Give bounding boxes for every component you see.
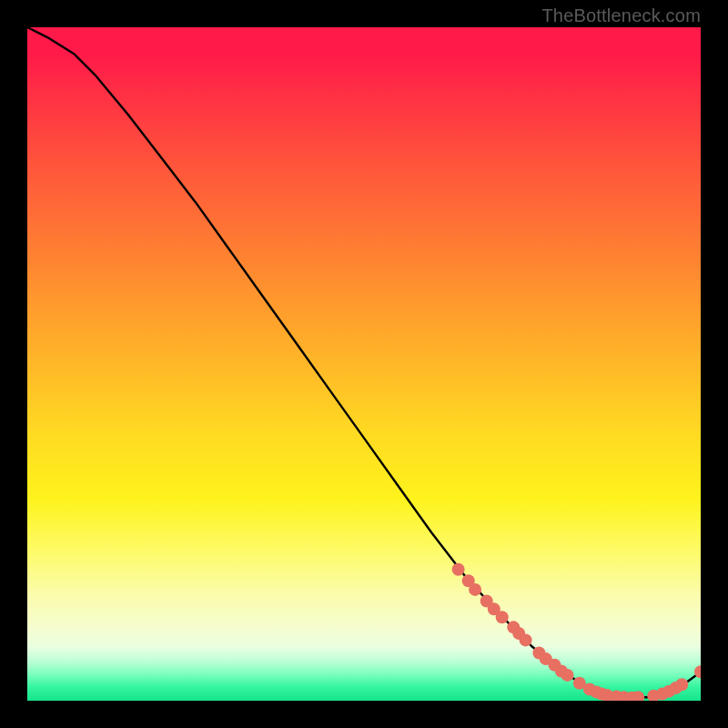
plot-area xyxy=(27,27,701,701)
data-point xyxy=(496,611,509,623)
data-point xyxy=(675,678,688,691)
watermark-text: TheBottleneck.com xyxy=(541,5,701,26)
bottleneck-curve xyxy=(27,27,701,697)
data-point xyxy=(520,633,532,646)
data-point xyxy=(452,563,465,576)
data-point xyxy=(469,583,481,596)
chart-frame: TheBottleneck.com xyxy=(0,0,728,728)
data-point xyxy=(561,669,573,682)
chart-svg xyxy=(27,27,701,701)
